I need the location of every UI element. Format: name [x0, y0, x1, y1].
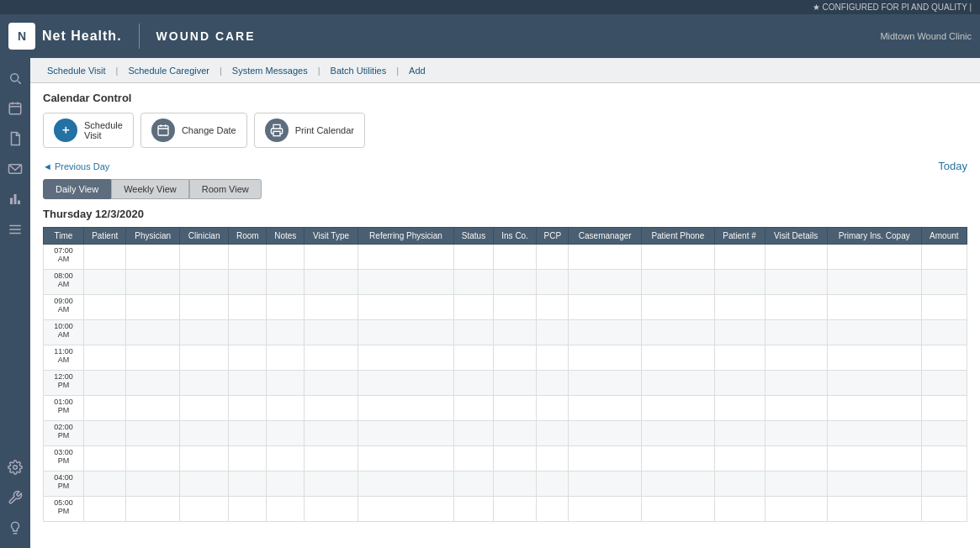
data-cell — [921, 446, 967, 472]
nav-tab-system-messages[interactable]: System Messages — [224, 61, 316, 81]
sidebar-item-lightbulb[interactable] — [2, 514, 29, 541]
time-cell: 11:00 AM — [44, 345, 84, 371]
time-cell: 09:00 AM — [44, 295, 84, 320]
data-cell — [305, 446, 358, 472]
data-cell — [569, 472, 642, 497]
print-icon — [265, 119, 289, 142]
data-cell — [267, 371, 305, 396]
data-cell — [229, 371, 267, 396]
schedule-table: Time Patient Physician Clinician Room No… — [43, 227, 967, 522]
data-cell — [267, 245, 305, 270]
data-cell — [827, 421, 921, 446]
data-cell — [305, 371, 358, 396]
nav-tab-schedule-visit[interactable]: Schedule Visit — [39, 61, 114, 81]
data-cell — [305, 270, 358, 295]
data-cell — [714, 245, 765, 270]
col-patient-phone: Patient Phone — [642, 228, 715, 245]
data-cell — [642, 295, 715, 320]
sidebar-item-mail[interactable] — [2, 155, 29, 182]
data-cell — [453, 472, 493, 497]
calendar-icon — [151, 119, 175, 142]
data-cell — [84, 421, 126, 446]
col-patient-num: Patient # — [714, 228, 765, 245]
data-cell — [267, 421, 305, 446]
sidebar-item-document[interactable] — [2, 125, 29, 152]
col-referring-physician: Referring Physician — [358, 228, 454, 245]
data-cell — [714, 472, 765, 497]
data-cell — [229, 396, 267, 421]
data-cell — [765, 270, 827, 295]
data-cell — [126, 345, 180, 371]
data-cell — [921, 245, 967, 270]
print-calendar-button[interactable]: Print Calendar — [254, 113, 365, 148]
sidebar-item-settings[interactable] — [2, 454, 29, 481]
sidebar-item-chart[interactable] — [2, 186, 29, 213]
data-cell — [714, 446, 765, 472]
sidebar-item-tools[interactable] — [2, 484, 29, 511]
schedule-visit-button[interactable]: ＋ ScheduleVisit — [43, 113, 134, 148]
time-cell: 10:00 AM — [44, 320, 84, 345]
time-cell: 02:00 PM — [44, 421, 84, 446]
data-cell — [765, 320, 827, 345]
table-row: 01:00 PM — [44, 396, 967, 421]
table-row: 08:00 AM — [44, 270, 967, 295]
data-cell — [642, 371, 715, 396]
nav-tab-schedule-caregiver[interactable]: Schedule Caregiver — [119, 61, 218, 81]
data-cell — [642, 270, 715, 295]
data-cell — [921, 295, 967, 320]
data-cell — [453, 345, 493, 371]
sidebar-item-search[interactable] — [2, 65, 29, 92]
data-cell — [453, 270, 493, 295]
data-cell — [229, 446, 267, 472]
data-cell — [765, 345, 827, 371]
table-row: 07:00 AM — [44, 245, 967, 270]
change-date-button[interactable]: Change Date — [140, 113, 247, 148]
prev-day-button[interactable]: ◄ Previous Day — [43, 161, 109, 171]
nav-tab-add[interactable]: Add — [400, 61, 434, 81]
data-cell — [267, 270, 305, 295]
data-cell — [537, 270, 569, 295]
view-tab-weekly[interactable]: Weekly View — [111, 179, 189, 199]
view-tab-room[interactable]: Room View — [189, 179, 262, 199]
data-cell — [180, 446, 229, 472]
nav-tab-batch-utilities[interactable]: Batch Utilities — [322, 61, 395, 81]
header-clinic: Midtown Wound Clinic — [880, 31, 972, 41]
data-cell — [569, 245, 642, 270]
data-cell — [180, 421, 229, 446]
header-divider — [139, 24, 140, 49]
data-cell — [126, 446, 180, 472]
data-cell — [267, 295, 305, 320]
data-cell — [569, 371, 642, 396]
data-cell — [714, 345, 765, 371]
data-cell — [358, 472, 454, 497]
sidebar-item-list[interactable] — [2, 216, 29, 243]
data-cell — [84, 497, 126, 522]
table-row: 10:00 AM — [44, 320, 967, 345]
data-cell — [358, 396, 454, 421]
calendar-controls: ＋ ScheduleVisit Change Date Print Calend… — [43, 113, 967, 148]
sidebar-item-calendar[interactable] — [2, 95, 29, 122]
data-cell — [494, 497, 537, 522]
data-cell — [84, 270, 126, 295]
time-cell: 12:00 PM — [44, 371, 84, 396]
data-cell — [453, 295, 493, 320]
data-cell — [305, 295, 358, 320]
data-cell — [267, 396, 305, 421]
data-cell — [126, 295, 180, 320]
data-cell — [229, 295, 267, 320]
data-cell — [569, 270, 642, 295]
today-button[interactable]: Today — [938, 160, 967, 172]
data-cell — [642, 472, 715, 497]
change-date-label: Change Date — [182, 125, 236, 135]
col-visit-details: Visit Details — [765, 228, 827, 245]
data-cell — [537, 446, 569, 472]
col-pcp: PCP — [537, 228, 569, 245]
data-cell — [642, 396, 715, 421]
view-tab-daily[interactable]: Daily View — [43, 179, 111, 199]
data-cell — [305, 245, 358, 270]
data-cell — [537, 245, 569, 270]
col-room: Room — [229, 228, 267, 245]
svg-rect-2 — [158, 126, 168, 135]
data-cell — [229, 421, 267, 446]
config-label: ★ CONFIGURED FOR PI AND QUALITY | — [813, 3, 972, 12]
